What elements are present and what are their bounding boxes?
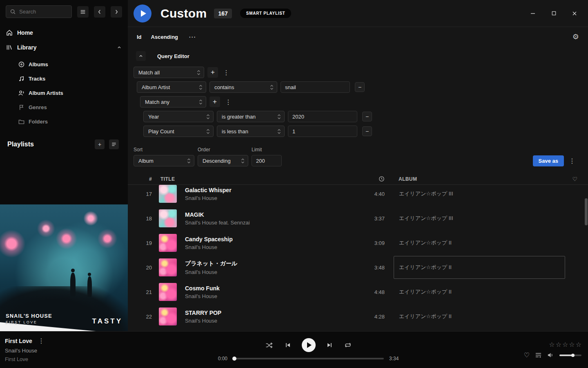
close-button[interactable]: [570, 9, 579, 18]
track-title[interactable]: Candy Spaceship: [185, 236, 349, 242]
album-thumbnail[interactable]: [159, 209, 177, 227]
now-playing-artwork[interactable]: SNAIL'S HOUSE FIRST LOVE TASTY: [0, 204, 128, 331]
table-row[interactable]: 18 MAGIK Snail's House feat. Sennzai 3:3…: [128, 206, 585, 231]
favorite-column-header[interactable]: ♡: [565, 176, 585, 182]
remove-rule-button[interactable]: −: [355, 82, 365, 92]
track-title[interactable]: MAGIK: [185, 211, 349, 218]
playlist-item[interactable]: [7, 194, 128, 204]
sidebar-item-albums[interactable]: Albums: [18, 57, 122, 72]
repeat-button[interactable]: [343, 341, 352, 349]
album-thumbnail[interactable]: [159, 185, 177, 203]
sidebar-item-library[interactable]: Library: [6, 40, 122, 55]
settings-gear-icon[interactable]: ⚙: [572, 32, 579, 41]
favorite-heart-icon[interactable]: ♡: [524, 352, 530, 359]
sidebar-item-album-artists[interactable]: Album Artists: [18, 86, 122, 100]
track-artist[interactable]: Snail's House: [185, 269, 349, 275]
sort-select[interactable]: Album: [134, 155, 194, 166]
duration-column-header[interactable]: [349, 176, 394, 182]
table-row[interactable]: 21 Cosmo Funk Snail's House 4:48 エイリアン☆ポ…: [128, 280, 585, 304]
collapse-query-editor-button[interactable]: [136, 51, 146, 61]
album-thumbnail[interactable]: [159, 307, 177, 325]
add-group-rule-button[interactable]: +: [209, 96, 220, 107]
track-title[interactable]: STARRY POP: [185, 310, 349, 316]
rule-field-select[interactable]: Play Count: [143, 126, 214, 137]
album-cell[interactable]: エイリアン☆ポップ II: [394, 256, 565, 279]
forward-button[interactable]: [111, 6, 122, 18]
group-menu-icon[interactable]: ⋮: [223, 98, 233, 106]
chevron-up-icon[interactable]: [116, 45, 122, 50]
title-column-header[interactable]: TITLE: [153, 176, 349, 182]
volume-slider[interactable]: [559, 355, 581, 356]
album-thumbnail[interactable]: [159, 283, 177, 301]
limit-input[interactable]: [252, 155, 282, 166]
sidebar-item-folders[interactable]: Folders: [18, 114, 122, 129]
remove-rule-button[interactable]: −: [362, 112, 372, 121]
rule-field-select[interactable]: Album Artist: [137, 81, 206, 93]
group-match-type-select[interactable]: Match any: [140, 96, 206, 108]
add-playlist-button[interactable]: +: [95, 139, 105, 149]
seek-knob[interactable]: [232, 357, 236, 361]
album-cell[interactable]: エイリアン☆ポップ II: [394, 305, 565, 328]
album-cell[interactable]: エイリアン☆ポップ III: [394, 185, 565, 205]
menu-button[interactable]: [77, 6, 89, 18]
sidebar-item-tracks[interactable]: Tracks: [18, 72, 122, 86]
rule-operator-select[interactable]: contains: [209, 81, 277, 93]
rule-value-input[interactable]: [288, 111, 357, 122]
more-options-icon[interactable]: ⋯: [189, 34, 196, 40]
track-title[interactable]: Galactic Whisper: [185, 187, 349, 193]
album-cell[interactable]: エイリアン☆ポップ II: [394, 231, 565, 254]
star-icon[interactable]: ☆: [576, 341, 581, 348]
search-box[interactable]: [6, 5, 72, 18]
album-thumbnail[interactable]: [159, 258, 177, 276]
previous-button[interactable]: [284, 341, 292, 349]
volume-knob[interactable]: [571, 354, 575, 357]
table-row[interactable]: 22 STARRY POP Snail's House 4:28 エイリアン☆ポ…: [128, 304, 585, 329]
playlist-item[interactable]: [7, 184, 128, 194]
rule-operator-select[interactable]: is greater than: [217, 111, 285, 122]
rule-menu-icon[interactable]: ⋮: [221, 69, 231, 76]
maximize-button[interactable]: [549, 9, 558, 18]
album-thumbnail[interactable]: [159, 234, 177, 252]
play-pause-button[interactable]: [302, 338, 316, 352]
album-cell[interactable]: エイリアン☆ポップ II: [394, 280, 565, 303]
now-playing-menu-icon[interactable]: ⋮: [36, 337, 46, 345]
now-playing-title[interactable]: First Love: [5, 338, 32, 344]
order-select[interactable]: Descending: [198, 155, 248, 166]
star-icon[interactable]: ☆: [569, 341, 575, 348]
search-input[interactable]: [19, 9, 64, 15]
playlist-item[interactable]: [7, 164, 128, 174]
seek-bar[interactable]: [233, 358, 384, 359]
shuffle-button[interactable]: [265, 341, 274, 349]
next-button[interactable]: [325, 341, 334, 349]
album-column-header[interactable]: ALBUM: [394, 176, 565, 182]
play-playlist-button[interactable]: [134, 4, 151, 22]
track-title[interactable]: Cosmo Funk: [185, 285, 349, 292]
table-row[interactable]: 17 Galactic Whisper Snail's House 4:40 エ…: [128, 185, 585, 206]
rule-value-input[interactable]: [288, 126, 357, 137]
track-artist[interactable]: Snail's House: [185, 195, 349, 201]
add-rule-button[interactable]: +: [207, 67, 218, 78]
table-row[interactable]: 19 Candy Spaceship Snail's House 3:09 エイ…: [128, 231, 585, 255]
volume-icon[interactable]: [547, 352, 554, 358]
minimize-button[interactable]: [528, 9, 537, 18]
playlist-list-button[interactable]: [109, 139, 119, 149]
index-column-header[interactable]: #: [128, 176, 153, 182]
rule-value-input[interactable]: [281, 81, 350, 93]
remove-rule-button[interactable]: −: [362, 126, 372, 136]
save-as-button[interactable]: Save as: [533, 155, 564, 166]
queue-icon[interactable]: [535, 352, 542, 358]
track-artist[interactable]: Snail's House: [185, 318, 349, 324]
sidebar-item-genres[interactable]: Genres: [18, 100, 122, 114]
sort-field-button[interactable]: Id: [137, 34, 142, 40]
playlist-item[interactable]: [7, 174, 128, 184]
scrollbar-thumb[interactable]: [585, 198, 588, 225]
rule-operator-select[interactable]: is less than: [217, 126, 285, 137]
album-cell[interactable]: エイリアン☆ポップ III: [394, 207, 565, 230]
track-artist[interactable]: Snail's House: [185, 293, 349, 299]
save-menu-icon[interactable]: ⋮: [567, 157, 577, 165]
rule-field-select[interactable]: Year: [143, 111, 214, 122]
track-artist[interactable]: Snail's House feat. Sennzai: [185, 220, 349, 226]
star-icon[interactable]: ☆: [549, 341, 555, 348]
match-type-select[interactable]: Match all: [134, 67, 204, 78]
sidebar-item-home[interactable]: Home: [6, 25, 122, 40]
